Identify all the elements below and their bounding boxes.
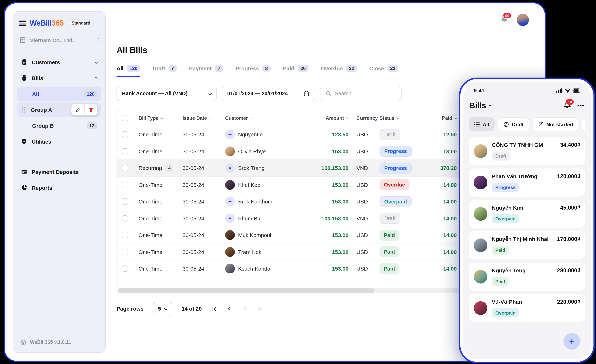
status-badge: Paid — [380, 263, 399, 274]
chip-progress[interactable]: ••• Prog — [582, 117, 585, 131]
chip-all[interactable]: All — [469, 117, 495, 131]
col-amount[interactable]: Amount — [308, 115, 349, 121]
sidebar: WeBill365 Standard Vietnam Co., Ltd. Cus… — [13, 11, 106, 353]
sidebar-subitem-group-a[interactable]: Group A — [17, 103, 101, 117]
col-customer[interactable]: Customer — [225, 115, 308, 121]
row-checkbox[interactable] — [122, 148, 128, 154]
customer-name: Phum Bal — [238, 215, 261, 222]
status-cell: Draft — [380, 213, 433, 224]
drag-handle-icon[interactable] — [22, 107, 26, 112]
tab-overdue[interactable]: Overdue22 — [321, 65, 357, 77]
add-bill-button[interactable]: + — [564, 333, 580, 349]
col-bill-type[interactable]: Bill Type — [139, 115, 183, 121]
chip-not-started[interactable]: Not started — [532, 117, 579, 131]
delete-button[interactable] — [84, 104, 97, 115]
bill-type-cell: One-Time — [139, 215, 183, 222]
first-page-button[interactable] — [211, 305, 218, 312]
row-checkbox[interactable] — [122, 215, 128, 222]
subitem-label: Group B — [32, 122, 54, 129]
amount-cell: 123.50 — [308, 132, 349, 138]
scrollbar-thumb[interactable] — [118, 288, 374, 293]
sidebar-subitem-all[interactable]: All 120 — [17, 87, 101, 101]
sidebar-item-customers[interactable]: Customers — [17, 54, 101, 70]
paid-cell: 14.00 — [433, 232, 457, 238]
prev-page-button[interactable] — [226, 305, 233, 312]
user-avatar[interactable] — [517, 14, 529, 26]
count-badge: 12 — [86, 122, 97, 129]
table-row[interactable]: One-Time 30-05-24 ✦Phum Bal 100.153.00 V… — [117, 210, 463, 227]
status-badge: Paid — [380, 230, 399, 241]
row-checkbox[interactable] — [122, 182, 128, 188]
table-row[interactable]: One-Time 30-05-24 Olivia Rhye 153.00 USD… — [117, 143, 463, 160]
phone-title-selector[interactable]: Bills — [469, 101, 492, 110]
sparkle-icon: ✦ — [228, 165, 232, 171]
status-badge: Progress — [492, 183, 519, 192]
col-status[interactable]: Status — [380, 115, 433, 121]
list-item[interactable]: Nguyễn Kim45.000₫ Overpaid — [469, 200, 585, 228]
table-row[interactable]: One-Time 30-05-24 Muk Kompoul 153.00 USD… — [117, 227, 463, 244]
tab-paid[interactable]: Paid20 — [283, 65, 308, 77]
table-row[interactable]: Recurring 30-05-24 ✦Srok Trang 100.153.0… — [117, 160, 463, 177]
tab-all[interactable]: All120 — [117, 65, 140, 77]
status-badge: Overpaid — [380, 196, 412, 207]
amount-cell: 153.00 — [308, 232, 349, 238]
table-row[interactable]: One-Time 30-05-24 Tram Kok 153.00 USD Pa… — [117, 244, 463, 260]
sidebar-item-bills[interactable]: Bills — [17, 70, 101, 86]
search-input[interactable]: Search — [320, 86, 402, 101]
date-range-picker[interactable]: 01/01/2024 — 20/01/2024 — [222, 86, 315, 101]
col-issue-date[interactable]: Issue Date — [183, 115, 225, 121]
col-paid[interactable]: Paid — [433, 115, 457, 121]
row-checkbox[interactable] — [122, 199, 128, 205]
customer-name: Muk Kompoul — [238, 232, 271, 238]
row-checkbox[interactable] — [122, 266, 128, 272]
table-row[interactable]: One-Time 30-05-24 Khet Kep 153.00 USD Ov… — [117, 177, 463, 193]
chip-draft[interactable]: Draft — [498, 117, 529, 131]
list-item[interactable]: CÔNG TY TNHH GM34.400₫ Draft — [469, 137, 585, 165]
last-page-button[interactable] — [257, 305, 263, 312]
sidebar-item-payment-deposits[interactable]: Payment Deposits — [17, 164, 101, 180]
customer-avatar — [474, 144, 487, 158]
sidebar-item-reports[interactable]: Reports — [17, 180, 101, 195]
phone-frame: 9:41 Bills 10 — [459, 78, 595, 363]
bank-account-select[interactable]: Bank Account — All (VND) — [117, 86, 217, 101]
tab-payment[interactable]: Payment7 — [189, 65, 223, 77]
table-row[interactable]: One-Time 30-05-24 Ksach Kondal 153.00 US… — [117, 260, 463, 277]
tab-progress[interactable]: Progress8 — [236, 65, 271, 77]
tab-draft[interactable]: Draft7 — [153, 65, 177, 77]
sidebar-subitem-group-b[interactable]: Group B 12 — [17, 118, 101, 133]
sort-icon — [209, 116, 212, 119]
amount-cell: 100.153.00 — [308, 165, 349, 171]
row-checkbox[interactable] — [122, 232, 128, 238]
bill-type-cell: One-Time — [139, 199, 183, 205]
tab-close[interactable]: Close22 — [369, 65, 398, 77]
row-checkbox[interactable] — [122, 132, 128, 138]
list-item[interactable]: Nguyễn Thị Minh Khai170.000₫ Paid — [469, 231, 585, 259]
currency-cell: USD — [349, 199, 380, 205]
table-row[interactable]: One-Time 30-05-24 ✦NguyenLe 123.50 USD D… — [117, 126, 463, 143]
company-selector[interactable]: Vietnam Co., Ltd. — [17, 34, 101, 46]
phone-notifications-button[interactable]: 10 — [563, 101, 572, 110]
row-checkbox[interactable] — [122, 165, 128, 171]
edit-button[interactable] — [71, 104, 84, 115]
horizontal-scrollbar[interactable] — [118, 288, 462, 293]
list-item[interactable]: Phan Văn Trường120.000₫ Progress — [469, 169, 585, 197]
table-row[interactable]: One-Time 30-05-24 ✦Srok Kohthom 153.00 U… — [117, 193, 463, 210]
sidebar-item-utilities[interactable]: Utilities — [17, 134, 101, 149]
hamburger-menu-icon[interactable] — [19, 21, 26, 26]
notifications-button[interactable]: 99 — [500, 15, 509, 25]
page-size-select[interactable]: 5 — [153, 301, 172, 316]
issue-date-cell: 30-05-24 — [183, 182, 225, 188]
status-cell: Paid — [380, 230, 433, 241]
customer-avatar — [225, 230, 235, 240]
customer-avatar — [474, 207, 487, 221]
status-cell: Overdue — [380, 179, 433, 190]
more-menu-button[interactable]: ••• — [577, 102, 584, 109]
row-checkbox[interactable] — [122, 249, 128, 255]
list-item[interactable]: Nguyễn Teng280.000₫ Paid — [469, 263, 585, 291]
select-all-checkbox[interactable] — [122, 115, 128, 121]
sparkle-avatar: ✦ — [225, 163, 235, 173]
wifi-icon — [565, 88, 571, 93]
next-page-button[interactable] — [242, 305, 248, 312]
col-currency[interactable]: Currency — [349, 115, 380, 121]
list-item[interactable]: Vũ-Võ Phan220.000₫ Overpaid — [469, 294, 585, 322]
